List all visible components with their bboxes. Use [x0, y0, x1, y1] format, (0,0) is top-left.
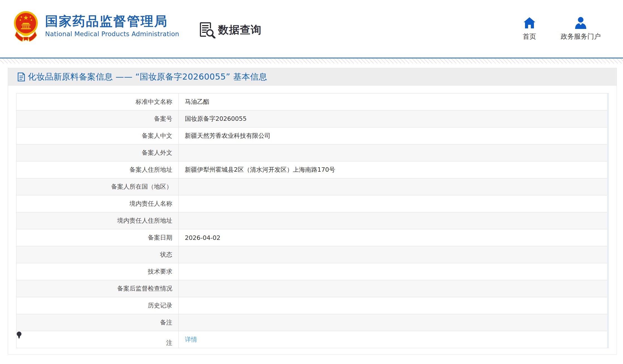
row-label-text: 历史记录 — [148, 302, 172, 309]
row-value — [179, 246, 609, 263]
table-row: 备案人所在国（地区） — [16, 178, 609, 195]
row-value — [179, 297, 609, 314]
header-hatch-band — [0, 58, 623, 63]
table-scrollbar[interactable] — [607, 94, 609, 348]
filing-table-wrap: 标准中文名称 马油乙酯 备案号 国妆原备字20260055 备案人中文 新疆天然… — [16, 93, 609, 348]
table-row: 状态 — [16, 246, 609, 263]
table-row: 备案后监督检查情况 — [16, 280, 609, 297]
row-label-text: 技术要求 — [148, 268, 172, 275]
org-name-cn: 国家药品监督管理局 — [45, 14, 179, 29]
table-row: 境内责任人名称 — [16, 195, 609, 212]
document-icon — [18, 72, 25, 82]
table-row: 技术要求 — [16, 263, 609, 280]
row-label-text: 标准中文名称 — [136, 98, 172, 105]
row-label: 技术要求 — [16, 263, 179, 280]
row-label: 备案人住所地址 — [16, 161, 179, 178]
site-logo: 国家药品监督管理局 National Medical Products Admi… — [13, 10, 179, 42]
header-nav: 首页 政务服务门户 — [523, 17, 601, 41]
nav-home-label: 首页 — [523, 32, 536, 41]
row-value: 详情 — [179, 331, 609, 348]
row-label: 历史记录 — [16, 297, 179, 314]
bulb-icon — [16, 331, 172, 339]
info-table-body: 标准中文名称 马油乙酯 备案号 国妆原备字20260055 备案人中文 新疆天然… — [16, 94, 609, 348]
user-icon — [574, 17, 587, 29]
row-label-text: 备案人外文 — [142, 149, 172, 156]
row-label-text: 境内责任人住所地址 — [117, 217, 172, 224]
row-value — [179, 212, 609, 229]
row-label: 备案后监督检查情况 — [16, 280, 179, 297]
row-label: 备案人中文 — [16, 127, 179, 144]
table-row: 备案号 国妆原备字20260055 — [16, 110, 609, 127]
detail-link[interactable]: 详情 — [185, 336, 197, 343]
row-label: 状态 — [16, 246, 179, 263]
table-row: 历史记录 — [16, 297, 609, 314]
row-value — [179, 314, 609, 331]
row-label-text: 备案人中文 — [142, 132, 172, 139]
row-value: 马油乙酯 — [179, 94, 609, 110]
table-row: 备案人中文 新疆天然芳香农业科技有限公司 — [16, 127, 609, 144]
data-query-section[interactable]: 数据查询 — [199, 22, 262, 38]
row-value: 国妆原备字20260055 — [179, 110, 609, 127]
filing-info-table: 标准中文名称 马油乙酯 备案号 国妆原备字20260055 备案人中文 新疆天然… — [16, 93, 609, 348]
table-row: 境内责任人住所地址 — [16, 212, 609, 229]
row-value: 新疆伊犁州霍城县2区（清水河开发区）上海南路170号 — [179, 161, 609, 178]
row-label-text: 备案人所在国（地区） — [111, 183, 172, 190]
row-label: 备注 — [16, 314, 179, 331]
org-name-en: National Medical Products Administration — [45, 30, 179, 38]
table-row: 注 详情 — [16, 331, 609, 348]
row-label-text: 备注 — [160, 319, 172, 326]
row-value — [179, 178, 609, 195]
row-label-text: 备案号 — [154, 115, 172, 122]
row-label-text: 备案人住所地址 — [129, 166, 172, 173]
row-value — [179, 144, 609, 161]
table-row: 备案人住所地址 新疆伊犁州霍城县2区（清水河开发区）上海南路170号 — [16, 161, 609, 178]
row-label: 境内责任人住所地址 — [16, 212, 179, 229]
row-value: 新疆天然芳香农业科技有限公司 — [179, 127, 609, 144]
site-header: 国家药品监督管理局 National Medical Products Admi… — [0, 0, 623, 58]
row-value — [179, 263, 609, 280]
panel-titlebar: 化妆品新原料备案信息 —— “国妆原备字20260055” 基本信息 — [8, 68, 617, 86]
home-icon — [523, 17, 536, 29]
nav-portal-label: 政务服务门户 — [561, 32, 601, 41]
row-label-text: 备案日期 — [148, 234, 172, 241]
row-label-text: 注 — [166, 339, 172, 346]
row-label: 备案日期 — [16, 229, 179, 246]
data-query-label: 数据查询 — [218, 23, 262, 37]
row-label: 标准中文名称 — [16, 94, 179, 110]
row-value: 2026-04-02 — [179, 229, 609, 246]
filing-info-panel: 化妆品新原料备案信息 —— “国妆原备字20260055” 基本信息 标准中文名… — [8, 68, 617, 355]
page-title: 化妆品新原料备案信息 —— “国妆原备字20260055” 基本信息 — [28, 71, 267, 83]
table-row: 备注 — [16, 314, 609, 331]
org-titles: 国家药品监督管理局 National Medical Products Admi… — [45, 14, 179, 38]
row-value — [179, 280, 609, 297]
nav-item-portal[interactable]: 政务服务门户 — [561, 17, 601, 41]
doc-search-icon — [199, 22, 215, 38]
row-value — [179, 195, 609, 212]
row-label: 备案人外文 — [16, 144, 179, 161]
row-label-text: 境内责任人名称 — [129, 200, 172, 207]
table-row: 备案人外文 — [16, 144, 609, 161]
row-label: 注 — [16, 331, 179, 348]
china-national-emblem-icon — [13, 10, 38, 42]
row-label: 备案人所在国（地区） — [16, 178, 179, 195]
row-label-text: 状态 — [160, 251, 172, 258]
row-label-text: 备案后监督检查情况 — [117, 285, 172, 292]
row-label: 境内责任人名称 — [16, 195, 179, 212]
row-label: 备案号 — [16, 110, 179, 127]
nav-item-home[interactable]: 首页 — [523, 17, 536, 41]
table-row: 标准中文名称 马油乙酯 — [16, 94, 609, 110]
table-row: 备案日期 2026-04-02 — [16, 229, 609, 246]
